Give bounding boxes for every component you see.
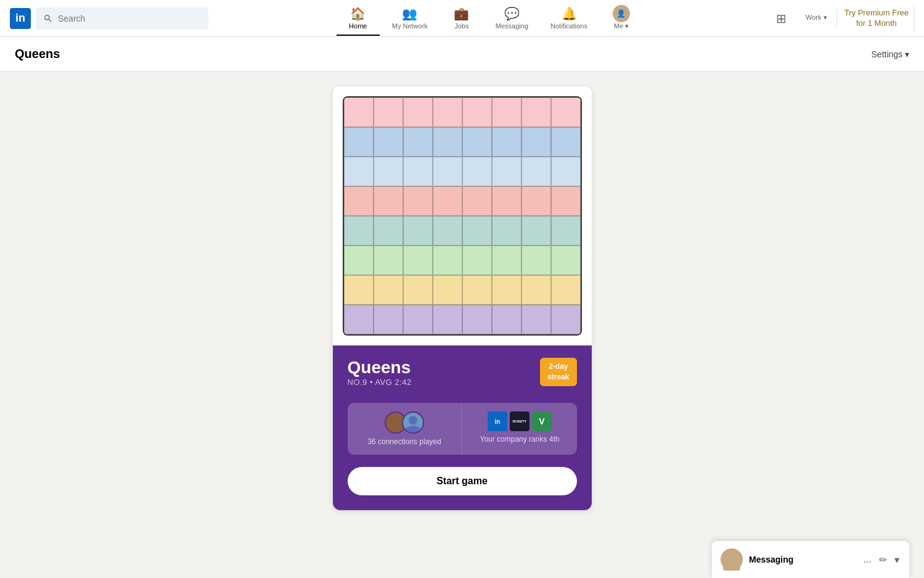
grid-cell[interactable] (521, 127, 551, 157)
grid-cell[interactable] (492, 305, 521, 334)
grid-cell[interactable] (492, 246, 521, 275)
company-logo-2: RUNITY (510, 411, 529, 431)
svg-point-3 (406, 426, 421, 434)
messaging-dots-button[interactable]: ... (862, 553, 873, 566)
nav-center: 🏠 Home 👥 My Network 💼 Jobs 💬 Messaging 🔔… (213, 0, 766, 36)
grid-cell[interactable] (551, 305, 581, 334)
grid-cell[interactable] (433, 127, 462, 157)
grid-icon[interactable]: ⊞ (771, 6, 791, 31)
grid-cell[interactable] (551, 275, 581, 305)
grid-cell[interactable] (462, 127, 492, 157)
nav-me[interactable]: 👤 Me ▾ (600, 0, 643, 36)
nav-home[interactable]: 🏠 Home (337, 1, 380, 36)
grid-cell[interactable] (492, 275, 521, 305)
messaging-icon: 💬 (504, 6, 520, 21)
grid-cell[interactable] (521, 97, 551, 127)
grid-cell[interactable] (521, 157, 551, 186)
grid-cell[interactable] (551, 246, 581, 275)
nav-notifications-label: Notifications (550, 22, 587, 30)
grid-cell[interactable] (403, 246, 433, 275)
grid-cell[interactable] (433, 97, 462, 127)
premium-link[interactable]: Try Premium Free for 1 Month (840, 6, 914, 31)
grid-cell[interactable] (344, 127, 374, 157)
avatar: 👤 (613, 5, 630, 22)
messaging-collapse-button[interactable]: ▾ (893, 553, 901, 567)
grid-cell[interactable] (344, 305, 374, 334)
grid-cell[interactable] (403, 216, 433, 246)
grid-cell[interactable] (492, 97, 521, 127)
grid-cell[interactable] (403, 127, 433, 157)
stat-logos: in RUNITY V (488, 411, 552, 431)
game-info: Queens NO.9 • AVG 2:42 2-day streak (333, 345, 592, 510)
grid-cell[interactable] (403, 97, 433, 127)
messaging-edit-button[interactable]: ✏ (878, 553, 888, 567)
grid-cell[interactable] (462, 246, 492, 275)
nav-notifications[interactable]: 🔔 Notifications (541, 1, 597, 36)
grid-cell[interactable] (551, 97, 581, 127)
nav-work[interactable]: Work ▾ (794, 9, 837, 28)
grid-cell[interactable] (492, 157, 521, 186)
grid-cell[interactable] (462, 186, 492, 216)
grid-cell[interactable] (374, 186, 403, 216)
nav-messaging[interactable]: 💬 Messaging (486, 1, 538, 36)
grid-cell[interactable] (433, 216, 462, 246)
grid-cell[interactable] (374, 275, 403, 305)
linkedin-logo[interactable]: in (10, 8, 31, 29)
nav-network[interactable]: 👥 My Network (382, 1, 438, 36)
grid-cell[interactable] (492, 127, 521, 157)
jobs-icon: 💼 (454, 6, 469, 21)
grid-cell[interactable] (374, 157, 403, 186)
search-icon (43, 14, 53, 23)
queens-grid[interactable] (343, 96, 582, 336)
grid-cell[interactable] (344, 97, 374, 127)
grid-cell[interactable] (344, 275, 374, 305)
grid-cell[interactable] (551, 186, 581, 216)
nav-me-label: Me ▾ (614, 22, 629, 30)
nav-jobs[interactable]: 💼 Jobs (440, 1, 483, 36)
grid-cell[interactable] (462, 305, 492, 334)
settings-button[interactable]: Settings ▾ (872, 49, 909, 59)
grid-cell[interactable] (433, 275, 462, 305)
network-icon: 👥 (402, 6, 417, 21)
company-logo-1: in (488, 411, 507, 431)
grid-cell[interactable] (403, 186, 433, 216)
grid-cell[interactable] (403, 305, 433, 334)
grid-cell[interactable] (433, 186, 462, 216)
grid-cell[interactable] (462, 157, 492, 186)
grid-cell[interactable] (374, 246, 403, 275)
grid-cell[interactable] (433, 246, 462, 275)
grid-row-5 (344, 216, 581, 246)
grid-cell[interactable] (521, 305, 551, 334)
grid-row-7 (344, 275, 581, 305)
grid-cell[interactable] (521, 186, 551, 216)
grid-cell[interactable] (344, 246, 374, 275)
grid-cell[interactable] (433, 157, 462, 186)
grid-cell[interactable] (551, 157, 581, 186)
grid-cell[interactable] (403, 157, 433, 186)
svg-point-2 (409, 416, 417, 424)
grid-cell[interactable] (374, 127, 403, 157)
search-input[interactable] (58, 14, 201, 23)
grid-cell[interactable] (344, 216, 374, 246)
grid-cell[interactable] (462, 275, 492, 305)
grid-cell[interactable] (521, 246, 551, 275)
grid-cell[interactable] (374, 305, 403, 334)
grid-cell[interactable] (492, 216, 521, 246)
grid-cell[interactable] (492, 186, 521, 216)
grid-cell[interactable] (521, 275, 551, 305)
grid-cell[interactable] (433, 305, 462, 334)
grid-cell[interactable] (521, 216, 551, 246)
grid-cell[interactable] (344, 186, 374, 216)
grid-cell[interactable] (551, 216, 581, 246)
grid-cell[interactable] (462, 97, 492, 127)
grid-cell[interactable] (374, 216, 403, 246)
grid-cell[interactable] (551, 127, 581, 157)
start-game-button[interactable]: Start game (348, 467, 577, 495)
notifications-icon: 🔔 (562, 6, 577, 21)
nav-network-label: My Network (392, 22, 428, 30)
search-bar[interactable] (36, 7, 208, 30)
grid-cell[interactable] (374, 97, 403, 127)
grid-cell[interactable] (344, 157, 374, 186)
grid-cell[interactable] (462, 216, 492, 246)
grid-cell[interactable] (403, 275, 433, 305)
